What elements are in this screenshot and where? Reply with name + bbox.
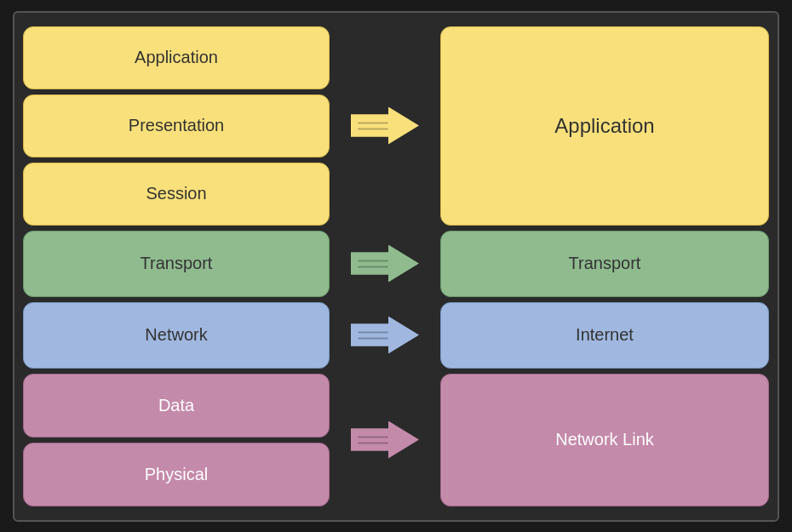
right-column: Application Transport Internet Network L… [440, 26, 769, 506]
arrow-yellow [351, 107, 419, 145]
layer-data: Data [23, 374, 330, 438]
osi-diagram: Application Presentation Session Transpo… [13, 11, 779, 522]
layer-transport: Transport [23, 231, 330, 297]
layer-physical: Physical [23, 443, 330, 506]
tcpip-green-group: Transport [440, 231, 769, 297]
tcpip-blue-group: Internet [440, 302, 769, 369]
osi-pink-group: Data Physical [23, 374, 330, 506]
layer-session: Session [23, 163, 330, 226]
middle-arrows [330, 26, 440, 506]
arrow-green-wrapper [351, 231, 419, 297]
osi-green-group: Transport [23, 231, 330, 297]
layer-application: Application [23, 26, 330, 89]
arrow-yellow-wrapper [351, 26, 419, 226]
left-column: Application Presentation Session Transpo… [23, 26, 330, 506]
tcpip-transport: Transport [440, 231, 769, 297]
arrow-blue-wrapper [351, 302, 419, 369]
arrow-green [351, 245, 419, 283]
layer-network: Network [23, 302, 330, 369]
osi-yellow-group: Application Presentation Session [23, 26, 330, 226]
arrow-pink-wrapper [351, 374, 419, 506]
tcpip-application: Application [440, 26, 769, 226]
layer-presentation: Presentation [23, 94, 330, 157]
arrow-pink [351, 421, 419, 459]
tcpip-internet: Internet [440, 302, 769, 369]
tcpip-pink-group: Network Link [440, 374, 769, 506]
osi-blue-group: Network [23, 302, 330, 369]
arrow-blue [351, 317, 419, 354]
tcpip-network-link: Network Link [440, 374, 769, 506]
tcpip-yellow-group: Application [440, 26, 769, 226]
